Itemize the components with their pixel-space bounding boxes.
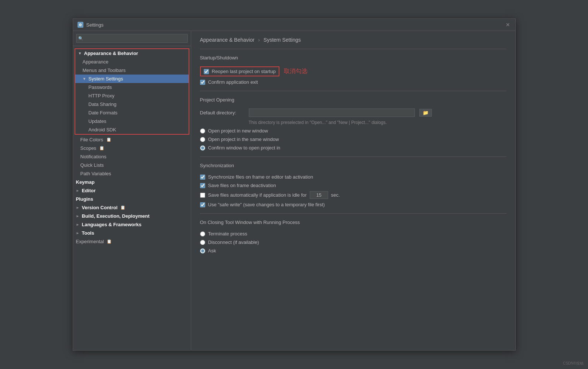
sidebar-item-label: HTTP Proxy — [89, 93, 115, 99]
reopen-last-project-checkbox[interactable] — [204, 69, 209, 74]
copy-icon: 📋 — [99, 146, 104, 151]
sidebar-item-android-sdk[interactable]: Android SDK — [75, 125, 189, 134]
sidebar-item-label: Data Sharing — [89, 101, 117, 107]
breadcrumb-part1: Appearance & Behavior — [200, 37, 255, 43]
open-new-window-row: Open project in new window — [200, 128, 506, 134]
reopen-last-project-box: Reopen last project on startup — [200, 66, 279, 76]
copy-icon: 📋 — [120, 205, 125, 210]
safe-write-label[interactable]: Use "safe write" (save changes to a temp… — [208, 202, 325, 207]
open-same-window-label[interactable]: Open project in the same window — [208, 137, 279, 142]
sidebar-item-date-formats[interactable]: Date Formats — [75, 108, 189, 117]
breadcrumb-part2: System Settings — [264, 37, 301, 43]
sidebar-item-tools[interactable]: ► Tools — [73, 229, 191, 237]
sidebar-item-passwords[interactable]: Passwords — [75, 83, 189, 92]
sidebar-item-system-settings[interactable]: ▼ System Settings — [75, 75, 189, 83]
sync-files-row: Synchronize files on frame or editor tab… — [200, 174, 506, 180]
confirm-window-radio[interactable] — [200, 145, 205, 151]
sidebar-item-label: Languages & Frameworks — [82, 222, 142, 227]
confirm-exit-label[interactable]: Confirm application exit — [208, 79, 258, 85]
startup-shutdown-title: Startup/Shutdown — [200, 55, 506, 62]
sidebar-item-label: Path Variables — [80, 171, 111, 176]
closing-tool-window-title: On Closing Tool Window with Running Proc… — [200, 220, 506, 227]
sidebar-item-label: Keymap — [76, 179, 95, 185]
search-input[interactable] — [76, 34, 188, 43]
sidebar-item-plugins[interactable]: Plugins — [73, 195, 191, 203]
open-new-window-radio[interactable] — [200, 128, 205, 134]
terminate-label[interactable]: Terminate process — [208, 231, 247, 237]
confirm-window-label[interactable]: Confirm window to open project in — [208, 145, 281, 151]
arrow-right-icon: ► — [76, 214, 80, 218]
sidebar-item-label: Appearance & Behavior — [84, 51, 138, 56]
safe-write-row: Use "safe write" (save changes to a temp… — [200, 202, 506, 207]
sidebar-item-file-colors[interactable]: File Colors 📋 — [73, 135, 191, 144]
sidebar-item-data-sharing[interactable]: Data Sharing — [75, 100, 189, 108]
sidebar-item-label: File Colors — [80, 137, 103, 142]
save-deactivation-label[interactable]: Save files on frame deactivation — [208, 183, 276, 188]
arrow-down-icon: ▼ — [78, 51, 83, 55]
sidebar-item-notifications[interactable]: Notifications — [73, 152, 191, 161]
default-directory-input[interactable] — [249, 108, 415, 117]
save-idle-label[interactable]: Save files automatically if application … — [208, 192, 307, 198]
sidebar-item-label: Plugins — [76, 196, 93, 202]
sidebar-item-label: Version Control — [82, 205, 118, 210]
confirm-exit-checkbox[interactable] — [200, 80, 205, 85]
sidebar-item-menus-toolbars[interactable]: Menus and Toolbars — [75, 66, 189, 75]
main-content: Appearance & Behavior › System Settings … — [191, 31, 515, 350]
browse-button[interactable]: 📁 — [419, 109, 432, 117]
synchronization-title: Synchronization — [200, 163, 506, 170]
sync-files-label[interactable]: Synchronize files on frame or editor tab… — [208, 174, 313, 180]
reopen-last-project-label[interactable]: Reopen last project on startup — [212, 69, 276, 74]
arrow-right-icon: ► — [76, 189, 80, 193]
breadcrumb-separator: › — [258, 37, 260, 43]
disconnect-row: Disconnect (if available) — [200, 239, 506, 245]
sidebar-item-updates[interactable]: Updates — [75, 117, 189, 125]
ask-label[interactable]: Ask — [208, 248, 216, 254]
sidebar-item-scopes[interactable]: Scopes 📋 — [73, 144, 191, 152]
confirm-exit-row: Confirm application exit — [200, 79, 506, 85]
save-idle-row: Save files automatically if application … — [200, 191, 506, 199]
ask-radio[interactable] — [200, 248, 205, 254]
copy-icon: 📋 — [107, 239, 112, 244]
sidebar-item-label: Menus and Toolbars — [83, 68, 126, 73]
close-button[interactable]: ✕ — [505, 22, 511, 28]
default-directory-row: Default directory: 📁 — [200, 108, 506, 117]
annotation-text: 取消勾选 — [284, 68, 307, 75]
terminate-radio[interactable] — [200, 231, 205, 237]
sidebar-item-http-proxy[interactable]: HTTP Proxy — [75, 92, 189, 100]
sidebar-item-appearance[interactable]: Appearance — [75, 58, 189, 66]
open-new-window-label[interactable]: Open project in new window — [208, 128, 268, 134]
save-idle-checkbox[interactable] — [200, 193, 205, 198]
sidebar-item-path-variables[interactable]: Path Variables — [73, 169, 191, 178]
disconnect-label[interactable]: Disconnect (if available) — [208, 239, 259, 245]
search-box: 🔍 — [73, 31, 191, 46]
disconnect-radio[interactable] — [200, 240, 205, 245]
sidebar-item-languages-frameworks[interactable]: ► Languages & Frameworks — [73, 220, 191, 229]
arrow-down-icon: ▼ — [83, 77, 87, 81]
safe-write-checkbox[interactable] — [200, 202, 205, 207]
sidebar-item-label: Appearance — [83, 59, 109, 65]
breadcrumb: Appearance & Behavior › System Settings — [200, 37, 506, 43]
sidebar-item-quick-lists[interactable]: Quick Lists — [73, 161, 191, 169]
arrow-right-icon: ► — [76, 223, 80, 227]
default-directory-label: Default directory: — [200, 110, 244, 115]
save-deactivation-checkbox[interactable] — [200, 183, 205, 188]
title-bar: ⚙ Settings ✕ — [73, 19, 515, 31]
ask-row: Ask — [200, 248, 506, 254]
save-deactivation-row: Save files on frame deactivation — [200, 183, 506, 188]
project-opening-title: Project Opening — [200, 97, 506, 104]
sidebar-item-appearance-behavior[interactable]: ▼ Appearance & Behavior — [75, 49, 189, 58]
title-bar-left: ⚙ Settings — [78, 22, 104, 28]
open-same-window-radio[interactable] — [200, 137, 205, 142]
sec-suffix: sec. — [331, 192, 340, 198]
dialog-title: Settings — [86, 22, 104, 28]
idle-seconds-input[interactable] — [310, 191, 328, 199]
sidebar-item-label: Scopes — [80, 145, 96, 151]
sidebar-item-keymap[interactable]: Keymap — [73, 178, 191, 186]
sidebar-item-version-control[interactable]: ► Version Control 📋 — [73, 203, 191, 212]
sync-files-checkbox[interactable] — [200, 175, 205, 180]
sidebar-item-label: Build, Execution, Deployment — [82, 213, 149, 219]
sidebar-tree: ▼ Appearance & Behavior Appearance Menus… — [73, 46, 191, 247]
sidebar-item-editor[interactable]: ► Editor — [73, 186, 191, 195]
sidebar-item-experimental[interactable]: Experimental 📋 — [73, 237, 191, 246]
sidebar-item-build-execution[interactable]: ► Build, Execution, Deployment — [73, 212, 191, 220]
